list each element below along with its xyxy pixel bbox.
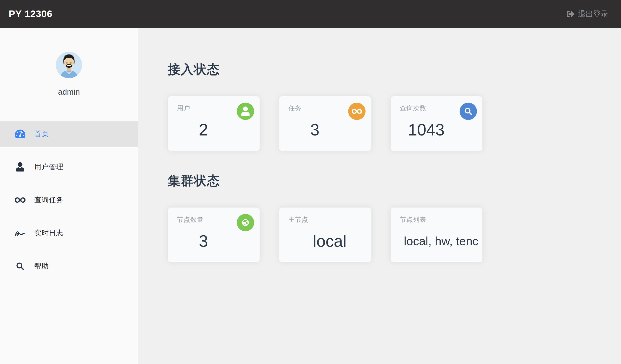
card-label: 节点列表 <box>400 215 483 224</box>
user-icon <box>237 103 254 120</box>
logout-button[interactable]: 退出登录 <box>567 9 608 19</box>
sign-out-icon <box>567 10 574 18</box>
sidebar-item-logs[interactable]: 实时日志 <box>0 220 138 246</box>
sidebar-item-home[interactable]: 首页 <box>0 121 138 147</box>
user-icon <box>15 161 26 173</box>
search-icon <box>15 261 26 272</box>
stat-card-query-count: 查询次数 1043 <box>391 96 483 151</box>
profile: admin <box>0 52 138 96</box>
stat-card-node-list: 节点列表 local, hw, tenc <box>391 207 483 262</box>
sidebar-item-label: 帮助 <box>34 261 49 271</box>
sidebar-item-label: 实时日志 <box>34 228 64 238</box>
main-content: 接入状态 用户 2 任务 3 查询次数 <box>138 28 621 364</box>
card-label: 主节点 <box>288 215 371 224</box>
username: admin <box>0 87 138 96</box>
stat-card-master-node: 主节点 local <box>279 207 371 262</box>
signature-icon <box>15 228 26 238</box>
globe-icon <box>237 214 254 231</box>
app-title: PY 12306 <box>9 8 52 19</box>
sidebar-menu: 首页 用户管理 查询任务 实时日志 <box>0 121 138 286</box>
card-row-cluster: 节点数量 3 主节点 local 节点列表 local, hw, tenc <box>168 207 621 262</box>
section-title-cluster-status: 集群状态 <box>168 173 621 189</box>
section-title-access-status: 接入状态 <box>168 61 621 78</box>
sidebar-item-tasks[interactable]: 查询任务 <box>0 187 138 213</box>
infinity-icon <box>15 194 26 206</box>
stat-card-tasks: 任务 3 <box>279 96 371 151</box>
sidebar-item-label: 首页 <box>34 129 49 139</box>
infinity-icon <box>348 103 365 120</box>
sidebar: admin 首页 用户管理 查询任务 <box>0 28 138 364</box>
tachometer-icon <box>15 128 26 139</box>
avatar <box>56 52 82 78</box>
stat-card-node-count: 节点数量 3 <box>168 207 259 262</box>
logout-label: 退出登录 <box>578 9 608 19</box>
sidebar-item-label: 用户管理 <box>34 162 64 172</box>
stat-card-users: 用户 2 <box>168 96 259 151</box>
sidebar-item-users[interactable]: 用户管理 <box>0 154 138 180</box>
stat-value: local <box>288 224 371 256</box>
search-icon <box>460 103 477 120</box>
topbar: PY 12306 退出登录 <box>0 0 621 28</box>
sidebar-item-label: 查询任务 <box>34 195 64 205</box>
sidebar-item-help[interactable]: 帮助 <box>0 253 138 279</box>
card-row-access: 用户 2 任务 3 查询次数 <box>168 96 621 151</box>
stat-value: local, hw, tenc <box>400 224 483 256</box>
